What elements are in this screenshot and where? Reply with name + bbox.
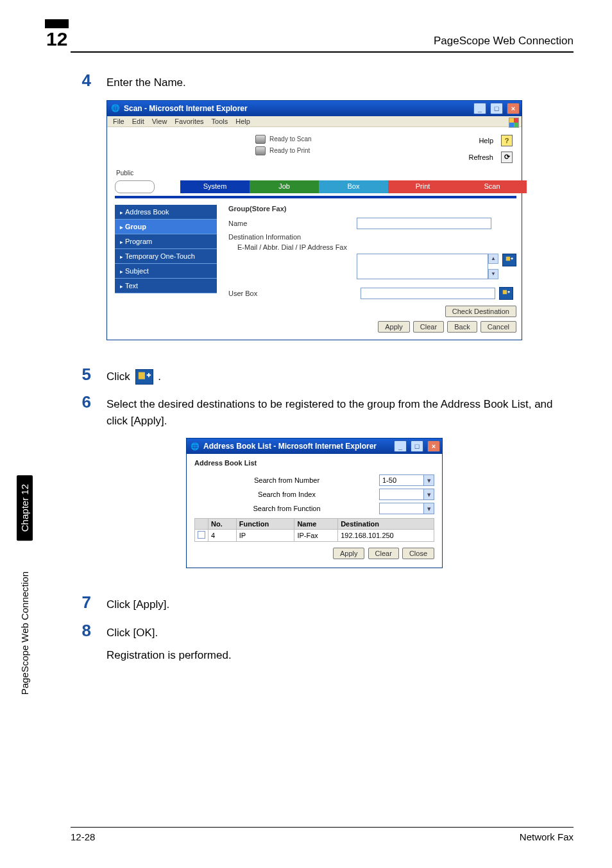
name-input[interactable] [357, 218, 491, 229]
nav-text[interactable]: Text [115, 279, 217, 293]
cell-function: IP [236, 530, 294, 542]
step-7-number: 7 [71, 594, 91, 613]
clear-button[interactable]: Clear [413, 321, 444, 333]
address-table: No. Function Name Destination 4 IP IP-Fa… [194, 518, 434, 542]
popup-heading: Address Book List [194, 459, 434, 467]
dest-info-label: Destination Information [228, 233, 516, 241]
menu-favorites[interactable]: Favorites [171, 117, 207, 125]
col-destination: Destination [338, 519, 434, 530]
windows-flag-icon [509, 117, 519, 128]
tab-box[interactable]: Box [319, 180, 388, 193]
cell-name: IP-Fax [294, 530, 338, 542]
row-checkbox[interactable] [198, 531, 205, 539]
scroll-down-icon[interactable]: ▼ [488, 269, 498, 279]
close-button[interactable]: Close [402, 548, 434, 559]
cancel-button[interactable]: Cancel [480, 321, 516, 333]
apply-button[interactable]: Apply [378, 321, 410, 333]
col-name: Name [294, 519, 338, 530]
search-number-label: Search from Number [194, 476, 379, 484]
name-label: Name [228, 220, 357, 227]
back-button[interactable]: Back [447, 321, 477, 333]
dest-sub-label: E-Mail / Abbr. Dial / IP Address Fax [228, 243, 516, 251]
page-title: PageScope Web Connection [69, 35, 574, 49]
nav-group[interactable]: Group [115, 220, 217, 234]
printer-icon [255, 135, 266, 144]
step-6-text: Select the desired destinations to be re… [106, 394, 574, 429]
step-6-number: 6 [71, 394, 91, 429]
search-index-select[interactable]: ▾ [379, 489, 434, 500]
app-icon: 🌐 [191, 442, 200, 451]
add-address-icon [135, 369, 153, 385]
chevron-down-icon: ▾ [423, 503, 434, 514]
window-title: Address Book List - Microsoft Internet E… [203, 442, 390, 451]
address-book-popup: 🌐 Address Book List - Microsoft Internet… [186, 438, 443, 568]
refresh-icon[interactable]: ⟳ [501, 152, 513, 163]
userbox-label: User Box [228, 290, 262, 297]
menu-tools[interactable]: Tools [208, 117, 232, 125]
side-nav: Address Book Group Program Temporary One… [115, 205, 217, 293]
step-4-text: Enter the Name. [106, 72, 574, 91]
step-8-text: Click [OK]. [106, 625, 574, 641]
search-function-label: Search from Function [194, 505, 379, 512]
close-button[interactable]: × [427, 440, 440, 452]
tab-job[interactable]: Job [250, 180, 319, 193]
dest-list-textarea[interactable] [357, 254, 488, 279]
window-title: Scan - Microsoft Internet Explorer [124, 104, 470, 113]
help-icon[interactable]: ? [501, 135, 513, 146]
menu-view[interactable]: View [148, 117, 171, 125]
step-8-number: 8 [71, 622, 91, 664]
col-function: Function [236, 519, 294, 530]
add-address-icon[interactable] [502, 254, 516, 266]
search-function-select[interactable]: ▾ [379, 503, 434, 514]
tab-print[interactable]: Print [388, 180, 457, 193]
step-4-number: 4 [71, 72, 91, 91]
refresh-link[interactable]: Refresh [468, 153, 493, 161]
col-checkbox [195, 519, 208, 530]
scroll-up-icon[interactable]: ▲ [488, 254, 498, 264]
titlebar: 🌐 Scan - Microsoft Internet Explorer _ □… [107, 101, 522, 116]
step-8-text2: Registration is performed. [106, 647, 574, 664]
search-number-select[interactable]: 1-50▾ [379, 474, 434, 486]
chevron-down-icon: ▾ [423, 489, 434, 499]
maximize-button[interactable]: □ [490, 103, 503, 114]
status-scan: Ready to Scan [269, 135, 312, 143]
divider [115, 196, 516, 198]
maximize-button[interactable]: □ [411, 440, 423, 452]
col-no: No. [208, 519, 237, 530]
userbox-input[interactable] [361, 288, 495, 299]
apply-button[interactable]: Apply [333, 548, 365, 559]
status-print: Ready to Print [269, 147, 310, 154]
logout-button[interactable]: Logout [115, 180, 155, 193]
page-number: 12-28 [71, 831, 95, 842]
ie-window: 🌐 Scan - Microsoft Internet Explorer _ □… [106, 100, 522, 340]
step-5-number: 5 [71, 366, 91, 385]
nav-subject[interactable]: Subject [115, 264, 217, 279]
search-index-label: Search from Index [194, 490, 379, 498]
step-5-text: Click . [106, 366, 574, 385]
footer-title: Network Fax [520, 831, 574, 842]
menu-file[interactable]: File [109, 117, 128, 125]
side-section-label: PageScope Web Connection [19, 565, 30, 701]
nav-program[interactable]: Program [115, 234, 217, 249]
nav-temp-one-touch[interactable]: Temporary One-Touch [115, 249, 217, 264]
user-label: Public [115, 169, 516, 177]
help-link[interactable]: Help [479, 137, 493, 144]
app-icon: 🌐 [111, 104, 120, 112]
minimize-button[interactable]: _ [473, 103, 486, 114]
tab-system[interactable]: System [180, 180, 250, 193]
form-title: Group(Store Fax) [228, 205, 516, 213]
close-button[interactable]: × [507, 103, 520, 114]
tab-scan[interactable]: Scan [457, 180, 527, 193]
side-chapter-label: Chapter 12 [17, 475, 33, 541]
menu-help[interactable]: Help [232, 117, 254, 125]
chevron-down-icon: ▾ [423, 475, 434, 485]
check-destination-button[interactable]: Check Destination [445, 306, 516, 317]
menu-edit[interactable]: Edit [128, 117, 148, 125]
printer-icon [255, 146, 266, 155]
add-userbox-icon[interactable] [499, 287, 513, 300]
table-row: 4 IP IP-Fax 192.168.101.250 [195, 530, 434, 542]
clear-button[interactable]: Clear [368, 548, 399, 559]
minimize-button[interactable]: _ [394, 440, 407, 452]
nav-address-book[interactable]: Address Book [115, 205, 217, 220]
menu-bar: File Edit View Favorites Tools Help [107, 116, 522, 127]
